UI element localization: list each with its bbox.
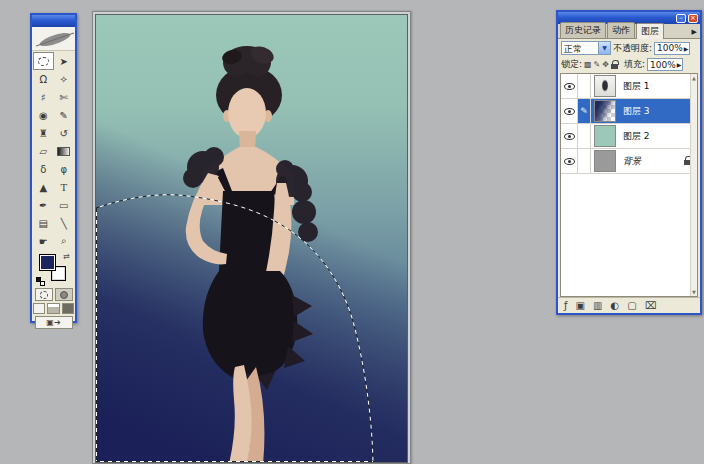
toolbox-title-bar[interactable] bbox=[32, 15, 75, 27]
lock-position-icon[interactable]: ✥ bbox=[602, 60, 609, 69]
opacity-spinner-icon[interactable]: ▶ bbox=[684, 45, 689, 52]
link-cell[interactable] bbox=[578, 149, 591, 173]
layer-name: 图层 1 bbox=[623, 80, 650, 93]
jump-to-imageready-button[interactable]: ▣➔ bbox=[35, 316, 73, 329]
link-cell[interactable] bbox=[578, 74, 591, 98]
lock-label: 锁定: bbox=[561, 58, 582, 71]
layer-row-2[interactable]: 图层 2 bbox=[561, 124, 697, 149]
eraser-icon: ▱ bbox=[39, 146, 47, 157]
delete-layer-icon[interactable]: ⌧ bbox=[645, 300, 657, 311]
eye-icon bbox=[564, 83, 575, 90]
layer-list-scrollbar[interactable]: ▲ ▼ bbox=[690, 74, 697, 296]
gradient-icon bbox=[57, 147, 70, 156]
visibility-toggle[interactable] bbox=[561, 149, 578, 173]
crop-tool[interactable]: ♯ bbox=[33, 88, 54, 106]
blur-tool[interactable]: δ bbox=[33, 160, 54, 178]
notes-tool[interactable]: ▤ bbox=[33, 214, 54, 232]
layer-thumbnail bbox=[594, 75, 616, 97]
lock-transparency-icon[interactable]: ▩ bbox=[584, 60, 592, 69]
elliptical-marquee-tool[interactable] bbox=[33, 52, 54, 70]
zoom-tool[interactable]: ⌕ bbox=[54, 232, 75, 250]
hand-icon: ☛ bbox=[39, 236, 48, 247]
fill-spinner-icon[interactable]: ▶ bbox=[677, 61, 682, 68]
layer-style-icon[interactable]: ƒ bbox=[564, 300, 568, 311]
fullscreen-mode-button[interactable] bbox=[62, 303, 74, 314]
minimize-button[interactable]: – bbox=[676, 14, 686, 23]
tab-history[interactable]: 历史记录 bbox=[560, 22, 606, 38]
clone-stamp-tool[interactable]: ♜ bbox=[33, 124, 54, 142]
eraser-tool[interactable]: ▱ bbox=[33, 142, 54, 160]
tab-actions[interactable]: 动作 bbox=[607, 22, 635, 38]
opacity-field[interactable]: 100% ▶ bbox=[654, 42, 690, 55]
hand-tool[interactable]: ☛ bbox=[33, 232, 54, 250]
editing-indicator: ✎ bbox=[578, 99, 591, 123]
shape-tool[interactable]: ▭ bbox=[54, 196, 75, 214]
layer-row-1[interactable]: 图层 1 bbox=[561, 74, 697, 99]
type-icon: T bbox=[60, 182, 67, 193]
magic-wand-tool[interactable]: ✧ bbox=[54, 70, 75, 88]
fill-field[interactable]: 100% ▶ bbox=[647, 58, 683, 71]
layer-mask-icon[interactable]: ▣ bbox=[576, 300, 585, 311]
link-cell[interactable] bbox=[578, 124, 591, 148]
path-selection-tool[interactable]: ▲ bbox=[33, 178, 54, 196]
slice-tool[interactable]: ✄ bbox=[54, 88, 75, 106]
adjustment-layer-icon[interactable]: ◐ bbox=[610, 300, 619, 311]
move-icon: ➤ bbox=[60, 56, 68, 67]
layer-thumbnail bbox=[594, 125, 616, 147]
layer-name: 图层 3 bbox=[623, 105, 650, 118]
scroll-down-icon[interactable]: ▼ bbox=[691, 289, 697, 295]
layer-name: 背景 bbox=[623, 155, 641, 168]
move-tool[interactable]: ➤ bbox=[54, 52, 74, 70]
fill-value: 100% bbox=[650, 60, 676, 70]
selection-marching-ants bbox=[96, 15, 408, 463]
lasso-tool[interactable]: Ω bbox=[33, 70, 54, 88]
slice-icon: ✄ bbox=[60, 92, 68, 103]
opacity-label: 不透明度: bbox=[613, 42, 652, 55]
feather-icon bbox=[38, 29, 71, 49]
brush-tool[interactable]: ✎ bbox=[54, 106, 75, 124]
lock-paint-icon[interactable]: ✎ bbox=[594, 60, 601, 69]
quick-mask-mode-button[interactable] bbox=[55, 288, 73, 301]
dodge-icon: φ bbox=[60, 164, 67, 175]
layer-row-background[interactable]: 背景 bbox=[561, 149, 697, 174]
eyedropper-icon: ╲ bbox=[61, 218, 67, 229]
dodge-tool[interactable]: φ bbox=[54, 160, 75, 178]
canvas[interactable] bbox=[95, 14, 408, 463]
type-tool[interactable]: T bbox=[54, 178, 75, 196]
healing-brush-tool[interactable]: ◉ bbox=[33, 106, 54, 124]
scroll-up-icon[interactable]: ▲ bbox=[691, 75, 697, 81]
blend-mode-value: 正常 bbox=[562, 42, 598, 54]
default-colors-icon[interactable] bbox=[36, 277, 45, 286]
gradient-tool[interactable] bbox=[54, 142, 75, 160]
swap-colors-icon[interactable]: ⇄ bbox=[63, 252, 70, 261]
panel-menu-arrow-icon[interactable]: ▶ bbox=[692, 28, 700, 38]
lasso-icon: Ω bbox=[39, 74, 47, 85]
foreground-color-swatch[interactable] bbox=[39, 254, 56, 271]
visibility-toggle[interactable] bbox=[561, 124, 578, 148]
layer-row-3[interactable]: ✎ 图层 3 bbox=[561, 99, 697, 124]
pen-icon: ✒ bbox=[39, 200, 47, 211]
new-set-icon[interactable]: ▥ bbox=[593, 300, 602, 311]
history-brush-icon: ↺ bbox=[60, 128, 68, 139]
chevron-down-icon[interactable]: ▼ bbox=[598, 42, 610, 54]
close-button[interactable]: × bbox=[688, 14, 698, 23]
crop-icon: ♯ bbox=[41, 92, 46, 103]
tab-layers[interactable]: 图层 bbox=[636, 23, 664, 39]
history-brush-tool[interactable]: ↺ bbox=[54, 124, 75, 142]
clone-stamp-icon: ♜ bbox=[39, 128, 48, 139]
brush-icon: ✎ bbox=[60, 110, 68, 121]
fullscreen-menubar-mode-button[interactable] bbox=[47, 303, 59, 314]
visibility-toggle[interactable] bbox=[561, 74, 578, 98]
standard-screen-mode-button[interactable] bbox=[33, 303, 45, 314]
new-layer-icon[interactable]: ▢ bbox=[627, 300, 636, 311]
panel-tabs: 历史记录 动作 图层 ▶ bbox=[558, 24, 700, 39]
visibility-toggle[interactable] bbox=[561, 99, 578, 123]
eyedropper-tool[interactable]: ╲ bbox=[54, 214, 75, 232]
blend-mode-select[interactable]: 正常 ▼ bbox=[561, 41, 611, 55]
layer-list: 图层 1 ✎ 图层 3 图层 2 背景 ▲ ▼ bbox=[560, 73, 698, 297]
standard-mode-button[interactable] bbox=[35, 288, 53, 301]
quick-mask-icon bbox=[60, 291, 68, 299]
notes-icon: ▤ bbox=[39, 218, 48, 229]
pen-tool[interactable]: ✒ bbox=[33, 196, 54, 214]
lock-all-icon[interactable] bbox=[611, 64, 618, 69]
